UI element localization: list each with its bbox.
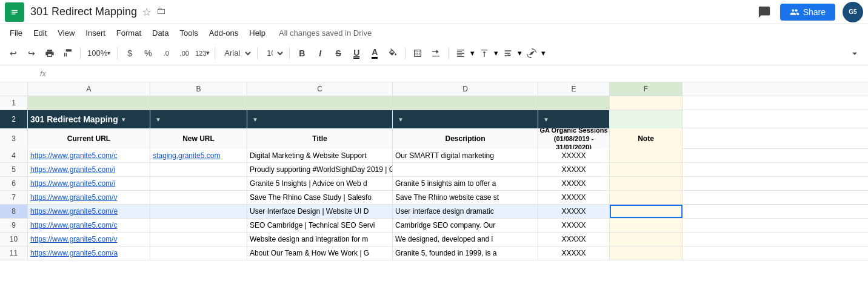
filter-icon-d2[interactable]: ▼ <box>398 116 404 123</box>
cell-f1[interactable] <box>610 96 683 110</box>
cell-f8[interactable] <box>610 205 683 218</box>
menu-help[interactable]: Help <box>244 27 270 39</box>
col-header-c[interactable]: C <box>247 82 393 96</box>
cell-c10[interactable]: Website design and integration for m <box>247 233 393 246</box>
menu-format[interactable]: Format <box>112 27 146 39</box>
cell-f10[interactable] <box>610 233 683 246</box>
bold-button[interactable]: B <box>293 45 310 62</box>
text-color-button[interactable]: A <box>366 45 383 62</box>
cell-d3[interactable]: Description <box>393 128 538 149</box>
filter-icon-a2[interactable]: ▼ <box>121 116 127 123</box>
zoom-control[interactable]: 100% ▾ <box>84 45 113 61</box>
avatar[interactable]: G5 <box>843 2 863 22</box>
cell-c8[interactable]: User Interface Design | Website UI D <box>247 205 393 218</box>
col-header-a[interactable]: A <box>28 82 150 96</box>
cell-e6[interactable]: XXXXX <box>538 177 610 190</box>
cell-e9[interactable]: XXXXX <box>538 219 610 232</box>
cell-d8[interactable]: User interface design dramatic <box>393 205 538 218</box>
cell-c11[interactable]: About Our Team & How We Work | G <box>247 246 393 260</box>
filter-icon-b2[interactable]: ▼ <box>155 116 161 123</box>
cell-a8[interactable]: https://www.granite5.com/e <box>28 205 150 218</box>
dec-more-button[interactable]: .00 <box>176 45 193 62</box>
cell-b2[interactable]: ▼ <box>150 110 247 128</box>
cell-b8[interactable] <box>150 205 247 218</box>
cell-c5[interactable]: Proudly supporting #WorldSightDay 2019 |… <box>247 163 393 176</box>
cell-b3[interactable]: New URL <box>150 128 247 149</box>
underline-button[interactable]: U <box>348 45 365 62</box>
menu-addons[interactable]: Add-ons <box>204 27 243 39</box>
print-button[interactable] <box>41 45 58 62</box>
merge-button[interactable] <box>427 45 444 62</box>
font-selector[interactable]: Arial <box>219 45 253 61</box>
cell-f3[interactable]: Note <box>610 128 683 149</box>
cell-d4[interactable]: Our SMARTT digital marketing <box>393 149 538 162</box>
cell-f6[interactable] <box>610 177 683 190</box>
fill-color-button[interactable] <box>384 45 401 62</box>
menu-view[interactable]: View <box>53 27 79 39</box>
cell-b5[interactable] <box>150 163 247 176</box>
cell-e5[interactable]: XXXXX <box>538 163 610 176</box>
cell-e7[interactable]: XXXXX <box>538 191 610 204</box>
cell-c6[interactable]: Granite 5 Insights | Advice on Web d <box>247 177 393 190</box>
cell-d2[interactable]: ▼ <box>393 110 538 128</box>
cell-f5[interactable] <box>610 163 683 176</box>
star-icon[interactable]: ☆ <box>142 5 152 19</box>
cell-e10[interactable]: XXXXX <box>538 233 610 246</box>
cell-c9[interactable]: SEO Cambridge | Technical SEO Servi <box>247 219 393 232</box>
menu-edit[interactable]: Edit <box>28 27 52 39</box>
col-header-b[interactable]: B <box>150 82 247 96</box>
redo-button[interactable]: ↪ <box>23 45 40 62</box>
cell-e3[interactable]: GA Organic Sessions (01/08/2019 - 31/01/… <box>538 128 610 149</box>
format-123-button[interactable]: 123▾ <box>194 45 211 62</box>
cell-d1[interactable] <box>393 96 538 110</box>
cell-c4[interactable]: Digital Marketing & Website Support <box>247 149 393 162</box>
col-header-e[interactable]: E <box>538 82 610 96</box>
cell-a10[interactable]: https://www.granite5.com/v <box>28 233 150 246</box>
align-h-button[interactable] <box>452 45 469 62</box>
cell-e2[interactable]: ▼ <box>538 110 610 128</box>
paint-format-button[interactable] <box>59 45 76 62</box>
cell-e4[interactable]: XXXXX <box>538 149 610 162</box>
cell-c1[interactable] <box>247 96 393 110</box>
strikethrough-button[interactable]: S <box>330 45 347 62</box>
borders-button[interactable] <box>409 45 426 62</box>
col-header-d[interactable]: D <box>393 82 538 96</box>
align-v-button[interactable] <box>476 45 493 62</box>
filter-icon-e2[interactable]: ▼ <box>543 116 549 123</box>
percent-button[interactable]: % <box>139 45 156 62</box>
cell-b11[interactable] <box>150 246 247 260</box>
filter-icon-c2[interactable]: ▼ <box>252 116 258 123</box>
undo-button[interactable]: ↩ <box>5 45 22 62</box>
dec-less-button[interactable]: .0 <box>158 45 175 62</box>
cell-b9[interactable] <box>150 219 247 232</box>
menu-tools[interactable]: Tools <box>175 27 202 39</box>
cell-e8[interactable]: XXXXX <box>538 205 610 218</box>
cell-e11[interactable]: XXXXX <box>538 246 610 260</box>
cell-a1[interactable] <box>28 96 150 110</box>
cell-a7[interactable]: https://www.granite5.com/v <box>28 191 150 204</box>
cell-a11[interactable]: https://www.granite5.com/a <box>28 246 150 260</box>
cell-b1[interactable] <box>150 96 247 110</box>
share-button[interactable]: Share <box>780 4 835 21</box>
cell-f9[interactable] <box>610 219 683 232</box>
cell-a3[interactable]: Current URL <box>28 128 150 149</box>
text-rotate-button[interactable] <box>523 45 540 62</box>
folder-icon[interactable]: 🗀 <box>156 5 166 19</box>
cell-d11[interactable]: Granite 5, founded in 1999, is a <box>393 246 538 260</box>
col-header-f[interactable]: F <box>610 82 683 96</box>
menu-file[interactable]: File <box>5 27 27 39</box>
cell-a5[interactable]: https://www.granite5.com/i <box>28 163 150 176</box>
cell-a9[interactable]: https://www.granite5.com/c <box>28 219 150 232</box>
cell-c2[interactable]: ▼ <box>247 110 393 128</box>
font-size-selector[interactable]: 10 <box>261 45 285 61</box>
menu-data[interactable]: Data <box>147 27 173 39</box>
cell-b4[interactable]: staging.granite5.com <box>150 149 247 162</box>
cell-d9[interactable]: Cambridge SEO company. Our <box>393 219 538 232</box>
cell-d7[interactable]: Save The Rhino website case st <box>393 191 538 204</box>
comments-icon[interactable] <box>756 4 773 21</box>
cell-f2[interactable] <box>610 110 683 128</box>
formula-input[interactable] <box>51 69 863 78</box>
currency-button[interactable]: $ <box>121 45 138 62</box>
cell-e1[interactable] <box>538 96 610 110</box>
menu-insert[interactable]: Insert <box>81 27 110 39</box>
